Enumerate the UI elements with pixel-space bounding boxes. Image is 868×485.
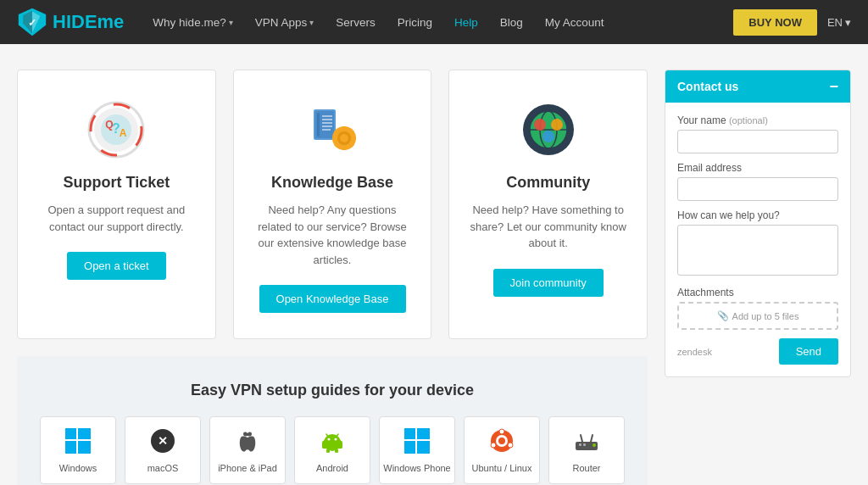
device-label-android: Android — [316, 463, 348, 473]
svg-point-37 — [542, 131, 554, 142]
svg-text:A: A — [120, 127, 127, 139]
svg-rect-13 — [317, 113, 320, 137]
contact-sidebar: Contact us − Your name (optional) Email … — [665, 70, 851, 377]
svg-point-35 — [534, 119, 546, 131]
email-field-group: Email address — [677, 162, 838, 201]
svg-rect-57 — [404, 441, 415, 454]
help-field-group: How can we help you? — [677, 209, 838, 278]
join-community-button[interactable]: Join community — [493, 269, 604, 297]
router-icon — [572, 428, 601, 458]
attachments-hint: Add up to 5 files — [732, 311, 799, 321]
contact-form-header: Contact us − — [665, 70, 850, 103]
email-label: Email address — [677, 162, 838, 174]
attachments-label: Attachments — [677, 287, 838, 298]
community-card: Community Need help? Have something to s… — [448, 70, 648, 339]
svg-text:✕: ✕ — [158, 434, 168, 448]
svg-point-64 — [508, 443, 513, 448]
zendesk-label: zendesk — [677, 347, 712, 357]
svg-rect-25 — [351, 137, 356, 140]
knowledge-base-card: Knowledge Base Need help? Any questions … — [233, 70, 432, 339]
send-button[interactable]: Send — [779, 338, 838, 365]
attachments-group: Attachments 📎 Add up to 5 files — [677, 287, 838, 330]
device-label-macos: macOS — [147, 463, 179, 473]
svg-point-21 — [340, 134, 348, 142]
logo[interactable]: ✓ HIDEme — [17, 7, 124, 37]
device-item-windows-phone[interactable]: Windows Phone — [379, 416, 455, 484]
buy-now-button[interactable]: BUY NOW — [733, 9, 817, 36]
svg-rect-56 — [417, 428, 430, 439]
knowledge-base-icon — [298, 96, 366, 164]
macos-icon: ✕ — [150, 428, 175, 458]
main-content: Q A ? Support Ticket Open a support requ… — [0, 44, 868, 485]
svg-rect-53 — [326, 449, 330, 453]
device-label-ubuntu-linux: Ubuntu / Linux — [472, 463, 532, 473]
cards-row: Q A ? Support Ticket Open a support requ… — [17, 70, 648, 339]
svg-point-47 — [328, 438, 331, 440]
nav-pricing[interactable]: Pricing — [389, 11, 441, 34]
logo-me-text: me — [97, 11, 125, 32]
svg-rect-38 — [65, 428, 76, 439]
device-grid: Windows ✕ macOS — [34, 416, 631, 485]
device-item-windows[interactable]: Windows — [40, 416, 116, 484]
name-input[interactable] — [677, 130, 838, 153]
svg-point-68 — [593, 443, 596, 447]
language-selector[interactable]: EN ▾ — [827, 16, 851, 29]
svg-text:?: ? — [112, 121, 120, 136]
support-icon: Q A ? — [86, 99, 147, 160]
community-svg-icon — [518, 99, 579, 160]
chevron-down-icon: ▾ — [845, 16, 851, 29]
knowledge-base-desc: Need help? Any questions related to our … — [251, 202, 415, 268]
device-label-windows-phone: Windows Phone — [383, 463, 451, 473]
svg-point-63 — [491, 443, 496, 448]
svg-rect-40 — [65, 441, 76, 454]
device-item-router[interactable]: Router — [548, 416, 625, 484]
logo-hide-text: HIDE — [53, 11, 97, 32]
windows-icon — [65, 428, 91, 458]
support-ticket-title: Support Ticket — [63, 174, 170, 192]
send-row: zendesk Send — [677, 338, 838, 365]
help-textarea[interactable] — [677, 225, 838, 276]
nav-servers[interactable]: Servers — [327, 11, 384, 34]
svg-rect-51 — [322, 441, 326, 449]
email-input[interactable] — [677, 177, 838, 201]
attachments-dropzone[interactable]: 📎 Add up to 5 files — [677, 302, 838, 330]
svg-point-36 — [551, 119, 563, 131]
nav-vpn-apps[interactable]: VPN Apps ▾ — [247, 11, 323, 34]
svg-point-61 — [498, 438, 505, 444]
nav-why-hideme[interactable]: Why hide.me? ▾ — [144, 11, 241, 34]
device-section: Easy VPN setup guides for your device Wi… — [17, 356, 648, 485]
svg-rect-22 — [342, 126, 346, 131]
nav-my-account[interactable]: My Account — [537, 11, 613, 34]
navbar-right: BUY NOW EN ▾ — [733, 9, 851, 36]
device-label-windows: Windows — [59, 463, 97, 473]
chevron-down-icon: ▾ — [309, 18, 314, 27]
nav-links: Why hide.me? ▾ VPN Apps ▾ Servers Pricin… — [144, 11, 733, 34]
navbar: ✓ HIDEme Why hide.me? ▾ VPN Apps ▾ Serve… — [0, 0, 868, 44]
device-label-router: Router — [572, 463, 600, 473]
open-ticket-button[interactable]: Open a ticket — [67, 252, 166, 280]
device-label-iphone-ipad: iPhone & iPad — [218, 463, 277, 473]
apple-icon — [235, 428, 260, 458]
knowledge-base-title: Knowledge Base — [271, 174, 393, 192]
nav-blog[interactable]: Blog — [492, 11, 531, 34]
help-label: How can we help you? — [677, 209, 838, 221]
support-ticket-desc: Open a support request and contact our s… — [35, 202, 198, 235]
device-item-android[interactable]: Android — [294, 416, 370, 484]
svg-text:✓: ✓ — [28, 17, 36, 28]
name-label: Your name (optional) — [677, 114, 838, 126]
device-item-ubuntu-linux[interactable]: Ubuntu / Linux — [464, 416, 540, 484]
collapse-icon[interactable]: − — [829, 79, 838, 94]
android-icon — [320, 428, 345, 458]
svg-rect-67 — [583, 443, 586, 446]
community-title: Community — [506, 174, 590, 192]
device-item-iphone-ipad[interactable]: iPhone & iPad — [209, 416, 286, 484]
svg-rect-24 — [332, 137, 337, 140]
open-knowledge-base-button[interactable]: Open Knowledge Base — [259, 285, 406, 313]
svg-rect-39 — [78, 428, 91, 439]
svg-rect-46 — [326, 437, 338, 447]
svg-rect-52 — [340, 441, 343, 449]
nav-help[interactable]: Help — [446, 11, 487, 34]
support-ticket-icon: Q A ? — [82, 96, 150, 164]
svg-line-69 — [581, 435, 582, 442]
device-item-macos[interactable]: ✕ macOS — [125, 416, 201, 484]
